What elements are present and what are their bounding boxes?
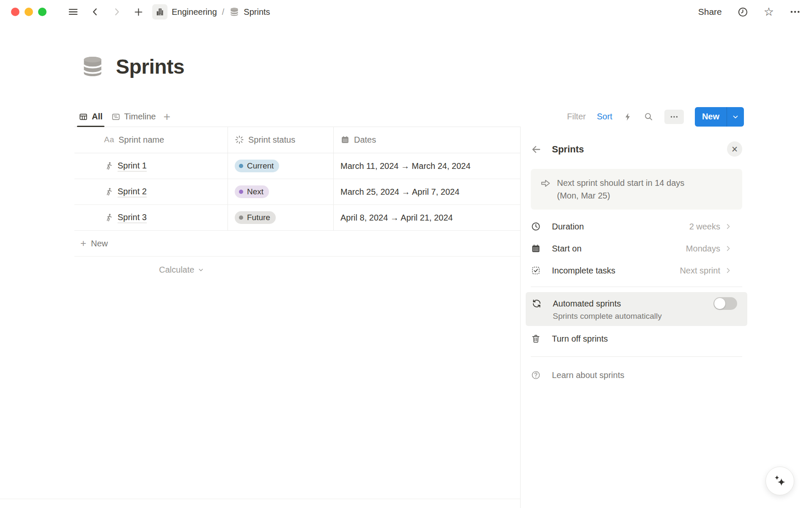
favorite-star-icon[interactable]: ☆	[764, 6, 774, 18]
page-database-icon[interactable]	[80, 54, 105, 79]
plus-icon: +	[80, 238, 86, 248]
sprint-settings-list: Duration 2 weeks St	[531, 215, 742, 282]
close-window-button[interactable]	[11, 8, 19, 16]
column-header-dates[interactable]: Dates	[334, 127, 520, 153]
repeat-icon	[532, 298, 542, 309]
workspace-icon[interactable]	[152, 4, 167, 19]
chevron-right-icon	[724, 267, 732, 274]
runner-icon	[104, 187, 113, 196]
sprint-name-cell[interactable]: Sprint 1	[74, 153, 228, 179]
chevron-right-icon	[724, 223, 732, 230]
column-header-sprint-status[interactable]: Sprint status	[228, 127, 334, 153]
chevron-down-icon	[198, 266, 204, 273]
timeline-view-icon	[111, 112, 121, 121]
sort-button[interactable]: Sort	[597, 112, 612, 121]
calculate-button[interactable]: Calculate	[159, 265, 204, 275]
sprint-name-cell[interactable]: Sprint 3	[74, 205, 228, 230]
top-bar: Engineering / Sprints Share ☆	[0, 0, 812, 24]
panel-back-icon[interactable]	[531, 144, 542, 155]
database-icon	[229, 7, 239, 17]
filter-button[interactable]: Filter	[567, 112, 586, 121]
ellipsis-icon	[669, 112, 679, 121]
breadcrumb-separator: /	[222, 7, 225, 17]
automations-bolt-icon[interactable]	[623, 112, 633, 121]
automated-sprints-row[interactable]: Automated sprints Sprints complete autom…	[526, 292, 747, 326]
status-badge[interactable]: Future	[235, 211, 276, 224]
calendar-icon	[531, 243, 541, 254]
table-header-row: Aa Sprint name Sprint status	[74, 127, 520, 153]
new-dropdown-chevron-icon[interactable]	[727, 107, 744, 127]
panel-divider	[531, 287, 742, 287]
calculate-row: Calculate	[74, 257, 520, 283]
automated-sprints-description: Sprints complete automatically	[553, 312, 741, 321]
window-controls	[11, 8, 47, 16]
forward-icon[interactable]	[112, 6, 122, 17]
status-dot	[239, 164, 243, 168]
status-dot	[239, 190, 243, 194]
breadcrumb: Engineering / Sprints	[152, 4, 270, 19]
turn-off-sprints-button[interactable]: Turn off sprints	[531, 326, 742, 351]
page-header: Sprints	[80, 54, 184, 79]
breadcrumb-workspace[interactable]: Engineering	[172, 7, 217, 17]
help-circle-icon	[531, 370, 541, 380]
sprints-settings-panel: Sprints × Next sprint should start in 14…	[520, 127, 812, 508]
next-sprint-notice: Next sprint should start in 14 days (Mon…	[531, 169, 742, 210]
table-view-icon	[79, 112, 88, 121]
sprint-name-cell[interactable]: Sprint 2	[74, 179, 228, 204]
text-property-icon: Aa	[104, 135, 114, 144]
runner-icon	[104, 213, 113, 222]
sidebar-menu-icon[interactable]	[68, 6, 79, 17]
ai-assistant-button[interactable]	[765, 467, 794, 495]
page-title[interactable]: Sprints	[116, 55, 184, 78]
breadcrumb-page[interactable]: Sprints	[244, 7, 270, 17]
table-row: Sprint 2 Next March 25, 2024 → April 7, …	[74, 179, 520, 205]
chevron-right-icon	[724, 245, 732, 252]
sprint-status-cell[interactable]: Current	[228, 153, 334, 179]
trash-icon	[531, 334, 541, 344]
runner-icon	[104, 161, 113, 171]
back-icon[interactable]	[90, 6, 100, 17]
new-record-button[interactable]: New	[695, 107, 744, 127]
content-bottom-divider	[0, 499, 520, 499]
clock-icon	[531, 221, 541, 232]
new-row-button[interactable]: + New	[74, 231, 520, 257]
view-tabbar: All Timeline + Filter Sort New	[74, 107, 794, 127]
sprint-status-cell[interactable]: Future	[228, 205, 334, 230]
column-header-sprint-name[interactable]: Aa Sprint name	[74, 127, 228, 153]
notice-text: Next sprint should start in 14 days (Mon…	[557, 177, 704, 202]
share-button[interactable]: Share	[698, 7, 722, 17]
setting-duration[interactable]: Duration 2 weeks	[531, 215, 742, 237]
zoom-window-button[interactable]	[38, 8, 47, 16]
arrow-right-outline-icon	[540, 178, 551, 189]
app-window: Engineering / Sprints Share ☆	[0, 0, 812, 508]
status-badge[interactable]: Current	[235, 160, 279, 172]
status-spinner-icon	[235, 135, 244, 144]
automated-sprints-toggle[interactable]	[713, 297, 737, 310]
panel-header: Sprints ×	[531, 141, 742, 158]
panel-close-button[interactable]: ×	[727, 141, 742, 157]
add-view-button[interactable]: +	[160, 111, 173, 123]
panel-title: Sprints	[552, 144, 584, 155]
table-row: Sprint 1 Current March 11, 2024 → March …	[74, 153, 520, 179]
updates-clock-icon[interactable]	[737, 6, 749, 18]
tab-timeline[interactable]: Timeline	[107, 107, 160, 127]
calendar-icon	[340, 135, 350, 144]
status-badge[interactable]: Next	[235, 185, 269, 198]
more-options-icon[interactable]	[789, 6, 801, 18]
dates-cell[interactable]: March 25, 2024 → April 7, 2024	[334, 179, 520, 204]
table-row: Sprint 3 Future April 8, 2024 → April 21…	[74, 205, 520, 231]
view-options-button[interactable]	[664, 110, 684, 124]
dates-cell[interactable]: April 8, 2024 → April 21, 2024	[334, 205, 520, 230]
search-icon[interactable]	[644, 112, 653, 121]
minimize-window-button[interactable]	[25, 8, 33, 16]
tab-all[interactable]: All	[74, 107, 107, 127]
panel-divider	[531, 356, 742, 357]
setting-start-on[interactable]: Start on Mondays	[531, 237, 742, 260]
status-dot	[239, 215, 243, 220]
new-page-icon[interactable]	[133, 7, 144, 17]
sprint-status-cell[interactable]: Next	[228, 179, 334, 204]
checkbox-dotted-icon	[531, 265, 541, 276]
setting-incomplete-tasks[interactable]: Incomplete tasks Next sprint	[531, 260, 742, 282]
learn-about-sprints-link[interactable]: Learn about sprints	[531, 362, 742, 388]
dates-cell[interactable]: March 11, 2024 → March 24, 2024	[334, 153, 520, 179]
